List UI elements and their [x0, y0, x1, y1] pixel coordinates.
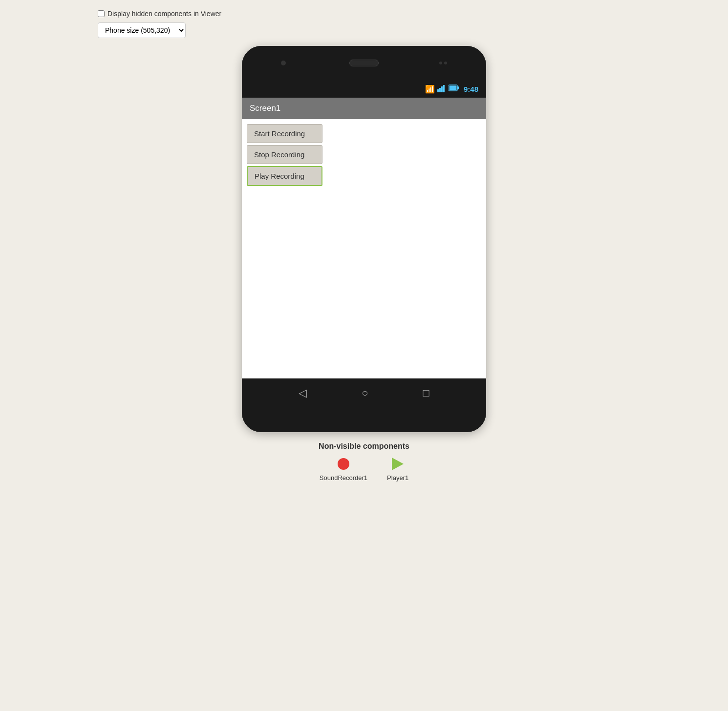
- phone-nav: ◁ ○ □: [242, 378, 486, 408]
- play-recording-button[interactable]: Play Recording: [247, 166, 322, 186]
- non-visible-title: Non-visible components: [319, 442, 409, 451]
- sound-recorder-icon: [336, 457, 351, 471]
- dot2: [444, 62, 447, 64]
- svg-rect-0: [437, 89, 439, 92]
- screen-spacer: [247, 188, 481, 374]
- svg-rect-3: [443, 85, 445, 92]
- svg-rect-5: [449, 86, 456, 90]
- start-recording-button[interactable]: Start Recording: [247, 124, 322, 143]
- status-icons: 📶 9:48: [425, 84, 478, 94]
- app-bar: Screen1: [242, 98, 486, 119]
- checkbox-row: Display hidden components in Viewer: [98, 10, 371, 18]
- recents-button[interactable]: □: [423, 387, 429, 399]
- sound-recorder-label: SoundRecorder1: [320, 474, 367, 481]
- non-visible-items: SoundRecorder1 Player1: [320, 457, 408, 481]
- phone-dots: [439, 62, 447, 64]
- battery-icon: [449, 84, 459, 93]
- home-button[interactable]: ○: [362, 387, 368, 399]
- svg-rect-1: [439, 88, 441, 92]
- player-label: Player1: [387, 474, 408, 481]
- signal-icon: [437, 84, 446, 94]
- top-controls: Display hidden components in Viewer Phon…: [98, 10, 371, 38]
- player-item: Player1: [387, 457, 408, 481]
- svg-rect-6: [457, 86, 459, 89]
- player-icon: [390, 457, 405, 471]
- hidden-components-checkbox[interactable]: [98, 10, 105, 17]
- stop-recording-button[interactable]: Stop Recording: [247, 145, 322, 164]
- play-triangle-icon: [392, 458, 404, 470]
- phone-frame: 📶 9:48 Screen1 Star: [242, 46, 486, 432]
- record-dot-icon: [338, 458, 349, 470]
- screen-content: Start Recording Stop Recording Play Reco…: [242, 119, 486, 378]
- camera-icon: [281, 61, 286, 65]
- status-bar: 📶 9:48: [242, 80, 486, 98]
- speaker-icon: [349, 60, 379, 66]
- phone-bottom-bezel: [242, 408, 486, 432]
- size-select[interactable]: Phone size (505,320) Tablet size (1024,6…: [98, 22, 186, 38]
- sound-recorder-item: SoundRecorder1: [320, 457, 367, 481]
- dot1: [439, 62, 442, 64]
- wifi-icon: 📶: [425, 84, 435, 94]
- time-display: 9:48: [464, 85, 478, 93]
- phone-top-bezel: [242, 46, 486, 80]
- hidden-components-label: Display hidden components in Viewer: [107, 10, 221, 18]
- back-button[interactable]: ◁: [299, 387, 307, 399]
- svg-rect-2: [441, 86, 443, 92]
- non-visible-section: Non-visible components SoundRecorder1 Pl…: [319, 442, 409, 481]
- app-bar-title: Screen1: [250, 104, 280, 113]
